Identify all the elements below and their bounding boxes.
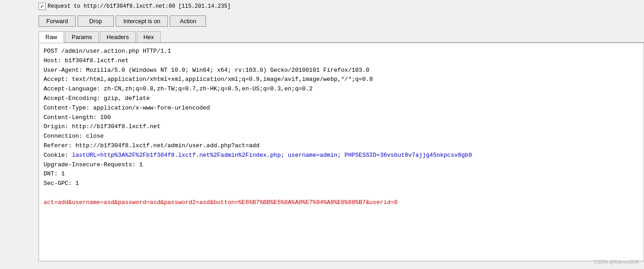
request-line: Accept-Language: zh-CN,zh;q=0.8,zh-TW;q=… [44,85,639,94]
request-line: Referer: http://b1f304f8.lxctf.net/admin… [44,141,639,151]
toolbar: Forward Drop Intercept is on Action [39,13,644,30]
checkbox-check: ✓ [40,3,44,10]
request-line: User-Agent: Mozilla/5.0 (Windows NT 10.0… [44,66,639,75]
request-line: Connection: close [44,132,639,141]
tab-params[interactable]: Params [65,31,99,42]
title-bar: ✓ Request to http://b1f304f8.lxctf.net:8… [39,0,644,13]
request-line: Host: b1f304f8.lxctf.net [44,56,639,66]
content-area[interactable]: POST /admin/user.action.php HTTP/1.1Host… [39,43,644,261]
request-line: Upgrade-Insecure-Requests: 1 [44,160,639,170]
tabs-bar: Raw Params Headers Hex [39,30,644,43]
main-container: ✓ Request to http://b1f304f8.lxctf.net:8… [0,0,644,269]
request-line: act=add&username=asd&password=asd&passwo… [44,198,639,208]
request-line: Content-Type: application/x-www-form-url… [44,104,639,113]
intercept-button[interactable]: Intercept is on [116,15,168,27]
tab-raw[interactable]: Raw [39,31,64,43]
request-line: Origin: http://b1f304f8.lxctf.net [44,122,639,132]
drop-button[interactable]: Drop [78,15,114,27]
watermark: CSDN @EdmunDJK [594,259,639,264]
request-line: POST /admin/user.action.php HTTP/1.1 [44,47,639,56]
request-line: DNT: 1 [44,169,639,179]
request-line [44,189,639,198]
title-checkbox[interactable]: ✓ [39,3,46,10]
request-line: Accept-Encoding: gzip, deflate [44,94,639,104]
request-line: Sec-GPC: 1 [44,179,639,189]
tab-hex[interactable]: Hex [137,31,161,42]
forward-button[interactable]: Forward [39,15,76,27]
tab-headers[interactable]: Headers [100,31,136,42]
title-text: Request to http://b1f304f8.lxctf.net:80 … [48,3,231,10]
request-line: Cookie: lastURL=http%3A%2F%2Fb1f304f8.lx… [44,151,639,160]
request-line: Accept: text/html,application/xhtml+xml,… [44,75,639,85]
action-button[interactable]: Action [170,15,206,27]
request-line: Content-Length: 100 [44,113,639,123]
